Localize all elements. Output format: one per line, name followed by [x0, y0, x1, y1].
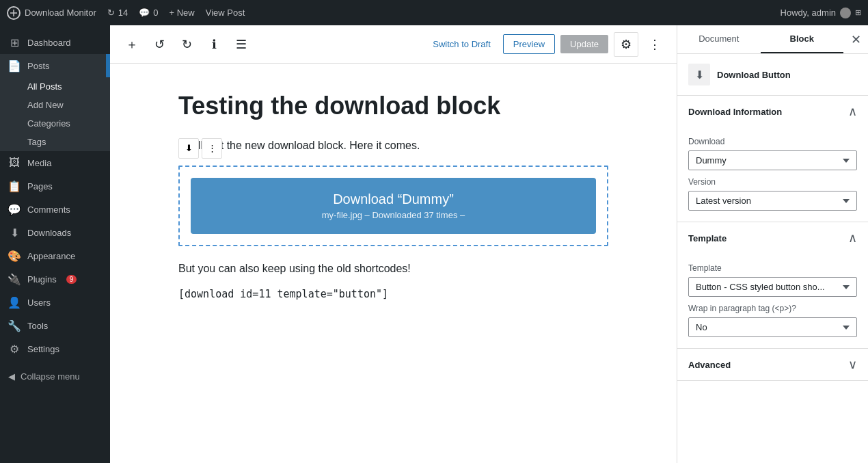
template-section-title: Template	[688, 233, 727, 243]
sidebar-item-tools[interactable]: 🔧 Tools	[0, 314, 110, 337]
sidebar-item-tags[interactable]: Tags	[0, 133, 110, 151]
download-block-wrap: Download “Dummy” my-file.jpg – Downloade…	[178, 166, 608, 246]
template-select[interactable]: Button - CSS styled button sho...	[688, 277, 857, 297]
template-label: Template	[688, 263, 857, 273]
sidebar-item-label: Tools	[27, 321, 48, 331]
post-paragraph[interactable]: st, I'll test the new download block. He…	[178, 137, 608, 155]
adminbar-user[interactable]: Howdy, admin ⊞	[781, 8, 861, 18]
collapse-menu[interactable]: ◀ Collapse menu	[0, 366, 110, 387]
adminbar-revisions[interactable]: ↻ 14	[107, 8, 128, 18]
post-title[interactable]: Testing the download block	[178, 91, 608, 120]
sidebar-item-users[interactable]: 👤 Users	[0, 291, 110, 314]
appearance-icon: 🎨	[8, 250, 21, 262]
redo-button[interactable]: ↻	[176, 34, 198, 55]
sidebar-item-pages[interactable]: 📋 Pages	[0, 174, 110, 198]
adminbar-new[interactable]: + New	[169, 8, 194, 18]
download-block-container: ⬇ ⋮ Download “Dummy” my-file.jpg – Downl…	[178, 166, 608, 246]
adminbar-view-post[interactable]: View Post	[206, 8, 245, 18]
panel-tabs: Document Block ✕	[677, 25, 868, 54]
settings-button[interactable]: ⚙	[614, 32, 638, 57]
sidebar-item-all-posts[interactable]: All Posts	[0, 77, 110, 96]
pages-icon: 📋	[8, 180, 21, 192]
block-type-button[interactable]: ⬇	[178, 138, 199, 159]
more-options-button[interactable]: ⋮	[644, 34, 666, 55]
adminbar-logo[interactable]: Download Monitor	[7, 6, 96, 20]
adminbar-comments[interactable]: 💬 0	[139, 8, 158, 18]
panel-body: ⬇ Download Button Download Information ∧…	[677, 54, 868, 463]
template-section: Template ∧ Template Button - CSS styled …	[677, 222, 868, 349]
comments-icon: 💬	[139, 8, 150, 18]
collapse-label: Collapse menu	[21, 371, 80, 382]
template-toggle: ∧	[848, 230, 857, 246]
block-more-button[interactable]: ⋮	[202, 138, 222, 159]
editor-content: Testing the download block st, I'll test…	[110, 64, 677, 463]
switch-draft-button[interactable]: Switch to Draft	[426, 35, 498, 53]
posts-submenu: All Posts Add New Categories Tags	[0, 77, 110, 151]
site-name: Download Monitor	[25, 8, 96, 18]
download-button[interactable]: Download “Dummy” my-file.jpg – Downloade…	[191, 178, 596, 234]
plugins-icon: 🔌	[8, 273, 21, 285]
admin-bar: Download Monitor ↻ 14 💬 0 + New View Pos…	[0, 0, 868, 25]
block-header: ⬇ Download Button	[677, 54, 868, 96]
sidebar-item-categories[interactable]: Categories	[0, 114, 110, 133]
update-button[interactable]: Update	[560, 35, 608, 53]
tools-icon: 🔧	[8, 319, 21, 332]
sidebar-item-comments[interactable]: 💬 Comments	[0, 198, 110, 221]
admin-sidebar: ⊞ Dashboard 📄 Posts All Posts Add New Ca…	[0, 25, 110, 463]
plugins-badge: 9	[66, 275, 77, 284]
block-type-icon: ⬇	[688, 64, 710, 85]
download-info-header[interactable]: Download Information ∧	[677, 96, 868, 127]
sidebar-item-media[interactable]: 🖼 Media	[0, 151, 110, 174]
sidebar-item-label: Downloads	[27, 228, 71, 238]
version-select[interactable]: Latest version	[688, 191, 857, 211]
sidebar-item-add-new[interactable]: Add New	[0, 96, 110, 114]
download-label: Download	[688, 137, 857, 146]
advanced-section-header[interactable]: Advanced ∨	[677, 349, 868, 380]
tab-block[interactable]: Block	[761, 25, 844, 53]
sidebar-item-dashboard[interactable]: ⊞ Dashboard	[0, 31, 110, 54]
media-icon: 🖼	[8, 157, 21, 169]
sidebar-item-settings[interactable]: ⚙ Settings	[0, 337, 110, 360]
settings-icon: ⚙	[8, 343, 21, 355]
editor-toolbar: ＋ ↺ ↻ ℹ ☰ Switch to Draft Preview Update…	[110, 25, 677, 64]
sidebar-item-appearance[interactable]: 🎨 Appearance	[0, 244, 110, 267]
collapse-icon: ◀	[8, 371, 15, 382]
close-icon: ✕	[851, 32, 861, 47]
sidebar-item-label: Posts	[27, 61, 50, 71]
sidebar-item-posts[interactable]: 📄 Posts	[0, 54, 110, 77]
template-section-header[interactable]: Template ∧	[677, 222, 868, 254]
sidebar-item-label: Pages	[27, 181, 53, 191]
panel-close-button[interactable]: ✕	[843, 27, 868, 52]
editor-area: ＋ ↺ ↻ ℹ ☰ Switch to Draft Preview Update…	[110, 25, 677, 463]
user-avatar	[840, 8, 851, 18]
download-info-title: Download Information	[688, 107, 782, 117]
download-info-body: Download Dummy Version Latest version	[677, 127, 868, 222]
menu-top: ⊞ Dashboard 📄 Posts All Posts Add New Ca…	[0, 25, 110, 366]
wrap-select[interactable]: No	[688, 317, 857, 337]
download-select[interactable]: Dummy	[688, 150, 857, 170]
downloads-icon: ⬇	[8, 226, 21, 239]
comments-icon: 💬	[8, 203, 21, 215]
user-label: Howdy, admin	[781, 8, 836, 18]
posts-icon: 📄	[8, 59, 21, 72]
info-button[interactable]: ℹ	[203, 34, 225, 55]
download-info-section: Download Information ∧ Download Dummy Ve…	[677, 96, 868, 222]
preview-button[interactable]: Preview	[503, 34, 555, 54]
tab-document[interactable]: Document	[677, 25, 761, 53]
add-block-button[interactable]: ＋	[121, 34, 143, 55]
list-view-button[interactable]: ☰	[230, 34, 252, 55]
comments-count: 0	[153, 8, 158, 18]
sidebar-item-label: Dashboard	[27, 38, 71, 48]
template-section-body: Template Button - CSS styled button sho.…	[677, 254, 868, 348]
shortcode-text[interactable]: [download id=11 template="button"]	[178, 288, 608, 300]
screen-options-icon: ⊞	[855, 8, 861, 17]
more-options-icon: ⋮	[208, 143, 217, 153]
dashboard-icon: ⊞	[8, 36, 21, 49]
sidebar-item-plugins[interactable]: 🔌 Plugins 9	[0, 267, 110, 291]
sidebar-item-label: Appearance	[27, 251, 75, 261]
shortcode-intro[interactable]: But you can also keep using the old shor…	[178, 260, 608, 278]
download-button-meta: my-file.jpg – Downloaded 37 times –	[207, 210, 580, 220]
sidebar-item-downloads[interactable]: ⬇ Downloads	[0, 221, 110, 244]
right-panel: Document Block ✕ ⬇ Download Button Downl…	[677, 25, 868, 463]
undo-button[interactable]: ↺	[148, 34, 170, 55]
